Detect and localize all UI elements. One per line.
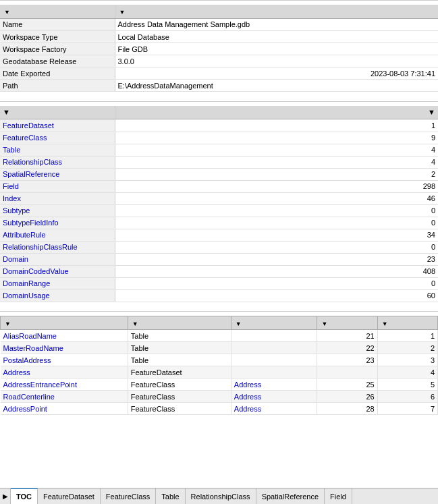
dtype-col-header[interactable]: ▼ <box>128 316 231 330</box>
value-sort-icon[interactable]: ▼ <box>119 9 126 16</box>
dataset-id <box>317 366 377 379</box>
summary-type[interactable]: Index <box>0 192 115 204</box>
name-sort-icon[interactable]: ▼ <box>5 320 11 327</box>
summary-type-link[interactable]: DomainUsage <box>3 291 50 300</box>
summary-type[interactable]: Subtype <box>0 204 115 217</box>
summary-type-link[interactable]: Domain <box>3 255 28 263</box>
summary-type[interactable]: RelationshipClassRule <box>0 241 115 253</box>
summary-type-link[interactable]: RelationshipClassRule <box>3 243 78 251</box>
tab-spatialreference[interactable]: SpatialReference <box>256 488 325 505</box>
dataset-name[interactable]: AliasRoadName <box>1 330 128 342</box>
tab-prev-button[interactable]: ▶ <box>0 488 11 505</box>
summary-type-link[interactable]: AttributeRule <box>3 231 46 239</box>
feature-dataset-link[interactable]: Address <box>234 381 261 389</box>
dataset-name-link[interactable]: Address <box>3 368 30 376</box>
tab-featureclass[interactable]: FeatureClass <box>101 488 156 505</box>
dataset-name[interactable]: AddressEntrancePoint <box>1 379 128 391</box>
type-column-header[interactable]: ▼ <box>0 106 115 119</box>
table-row: NameAddress Data Management Sample.gdb <box>0 19 438 31</box>
count-sort-icon[interactable]: ▼ <box>428 108 435 116</box>
summary-type-link[interactable]: Index <box>3 194 21 202</box>
summary-count: 0 <box>115 241 438 253</box>
summary-type-link[interactable]: Field <box>3 182 19 190</box>
table-row: RelationshipClass4 <box>0 156 438 168</box>
value-column-header[interactable]: ▼ <box>115 5 438 18</box>
summary-type[interactable]: SubtypeFieldInfo <box>0 217 115 229</box>
summary-type-link[interactable]: FeatureDataset <box>3 121 54 130</box>
name-col-header[interactable]: ▼ <box>1 316 128 330</box>
geodatabase-order: 7 <box>377 403 437 415</box>
datasets-table: ▼ ▼ ▼ ▼ ▼ AliasRoad <box>0 316 438 415</box>
summary-type-link[interactable]: DomainRange <box>3 279 50 287</box>
summary-header <box>0 101 438 106</box>
feature-dataset-link[interactable]: Address <box>234 405 261 413</box>
summary-type[interactable]: Table <box>0 144 115 156</box>
dataset-name[interactable]: MasterRoadName <box>1 342 128 354</box>
fdataset-col-header[interactable]: ▼ <box>231 316 317 330</box>
summary-type[interactable]: SpatialReference <box>0 168 115 180</box>
dataset-name-link[interactable]: RoadCenterline <box>3 393 55 401</box>
key-column-header[interactable]: ▼ <box>0 5 115 18</box>
summary-type[interactable]: Field <box>0 180 115 192</box>
summary-type[interactable]: FeatureClass <box>0 132 115 144</box>
order-sort-icon[interactable]: ▼ <box>382 320 388 327</box>
dataset-name[interactable]: Address <box>1 366 128 379</box>
summary-type[interactable]: DomainCodedValue <box>0 265 115 277</box>
property-key: Name <box>0 19 115 31</box>
fdataset-sort-icon[interactable]: ▼ <box>236 320 242 327</box>
summary-count: 298 <box>115 180 438 192</box>
dataset-name-link[interactable]: AliasRoadName <box>3 332 57 340</box>
dataset-name-link[interactable]: AddressEntrancePoint <box>3 381 77 389</box>
type-sort-icon[interactable]: ▼ <box>3 108 10 116</box>
feature-dataset[interactable]: Address <box>231 403 317 415</box>
dataset-id: 28 <box>317 403 377 415</box>
table-row: SubtypeFieldInfo0 <box>0 217 438 229</box>
summary-type-link[interactable]: Subtype <box>3 206 30 215</box>
summary-type-link[interactable]: DomainCodedValue <box>3 267 69 275</box>
property-key: Geodatabase Release <box>0 55 115 67</box>
key-sort-icon[interactable]: ▼ <box>4 9 10 16</box>
dtype-sort-icon[interactable]: ▼ <box>132 320 138 327</box>
feature-dataset[interactable]: Address <box>231 379 317 391</box>
summary-type[interactable]: RelationshipClass <box>0 156 115 168</box>
summary-type-link[interactable]: FeatureClass <box>3 134 47 142</box>
summary-type-link[interactable]: Table <box>3 146 20 154</box>
summary-type[interactable]: DomainUsage <box>0 289 115 302</box>
count-column-header[interactable]: ▼ <box>115 106 438 119</box>
did-col-header[interactable]: ▼ <box>317 316 377 330</box>
tab-table[interactable]: Table <box>156 488 185 505</box>
dataset-name[interactable]: RoadCenterline <box>1 391 128 403</box>
summary-type-link[interactable]: SubtypeFieldInfo <box>3 219 59 227</box>
table-row: AttributeRule34 <box>0 229 438 241</box>
table-row: Domain23 <box>0 253 438 265</box>
tab-field[interactable]: Field <box>325 488 352 505</box>
feature-dataset[interactable]: Address <box>231 391 317 403</box>
summary-type[interactable]: FeatureDataset <box>0 119 115 132</box>
datasets-header <box>0 311 438 316</box>
table-row: Workspace TypeLocal Database <box>0 31 438 43</box>
tab-relationshipclass[interactable]: RelationshipClass <box>186 488 256 505</box>
table-row: SpatialReference2 <box>0 168 438 180</box>
feature-dataset-link[interactable]: Address <box>234 393 261 401</box>
table-row: Geodatabase Release3.0.0 <box>0 55 438 67</box>
summary-count: 0 <box>115 217 438 229</box>
summary-type[interactable]: DomainRange <box>0 277 115 289</box>
table-row: FeatureDataset1 <box>0 119 438 132</box>
summary-type-link[interactable]: RelationshipClass <box>3 158 62 166</box>
summary-type-link[interactable]: SpatialReference <box>3 170 59 178</box>
tab-featuredataset[interactable]: FeatureDataset <box>38 488 101 505</box>
summary-type[interactable]: AttributeRule <box>0 229 115 241</box>
table-row: MasterRoadNameTable222 <box>1 342 438 354</box>
tab-toc[interactable]: TOC <box>11 488 38 505</box>
dataset-name-link[interactable]: MasterRoadName <box>3 344 63 352</box>
did-sort-icon[interactable]: ▼ <box>321 320 327 327</box>
dataset-name-link[interactable]: AddressPoint <box>3 405 47 413</box>
datasets-header-row: ▼ ▼ ▼ ▼ ▼ <box>1 316 438 330</box>
property-value: 3.0.0 <box>115 55 438 67</box>
dataset-name[interactable]: AddressPoint <box>1 403 128 415</box>
dataset-name[interactable]: PostalAddress <box>1 354 128 366</box>
dataset-name-link[interactable]: PostalAddress <box>3 356 51 364</box>
order-col-header[interactable]: ▼ <box>377 316 437 330</box>
summary-count: 9 <box>115 132 438 144</box>
summary-type[interactable]: Domain <box>0 253 115 265</box>
